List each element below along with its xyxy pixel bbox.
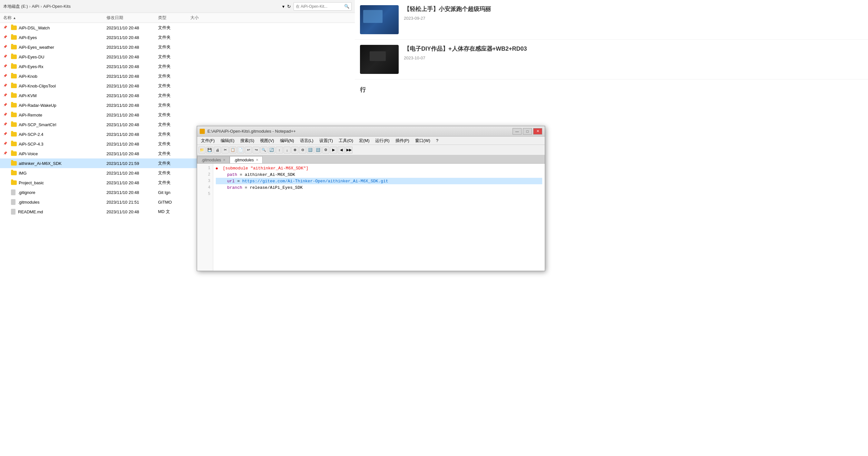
col-size[interactable]: 大小 <box>190 15 223 21</box>
line-number: 2 <box>197 171 213 178</box>
blog-thumbnail-2 <box>360 45 399 74</box>
file-type: 文件夹 <box>158 54 190 60</box>
file-row[interactable]: 📌AiPi-Eyes_weather2023/11/10 20:48文件夹 <box>0 42 355 52</box>
notepad-menu-item[interactable]: 窗口(W) <box>412 137 433 144</box>
file-row[interactable]: 📌AiPi-Radar-WakeUp2023/11/10 20:48文件夹 <box>0 100 355 110</box>
folder-icon <box>11 35 17 40</box>
pin-icon: 📌 <box>3 132 8 136</box>
file-type: Git Ign <box>158 190 190 195</box>
blog-post-2[interactable]: 【电子DIY作品】+人体存在感应器+WB2+RD03 2023-10-07 <box>355 40 868 80</box>
notepad-tabs: .gitmodules ✕ .gitmodules ✕ <box>197 155 545 163</box>
search-icon[interactable]: 🔍 <box>344 4 349 9</box>
file-name-cell: 📌AiPi-Voice <box>3 151 106 156</box>
file-name-cell: 📌AiPi-DSL_Watch <box>3 26 106 30</box>
toolbar-btn-11[interactable]: ↓ <box>283 147 290 154</box>
toolbar-btn-15[interactable]: 🔢 <box>314 147 321 154</box>
explorer-header-right: ▾ ↻ 🔍 <box>282 2 351 11</box>
toolbar-btn-2[interactable]: 🖨 <box>214 147 221 154</box>
tab-close-1[interactable]: ✕ <box>223 158 225 162</box>
toolbar-btn-19[interactable]: ▶▶ <box>345 147 352 154</box>
file-name: AiPi-Eyes_weather <box>19 45 54 50</box>
file-type: 文件夹 <box>158 112 190 118</box>
refresh-button[interactable]: ↻ <box>287 4 291 9</box>
toolbar-btn-17[interactable]: ▶ <box>330 147 337 154</box>
minimize-button[interactable]: — <box>513 128 522 134</box>
pin-icon: 📌 <box>3 74 8 79</box>
breadcrumb-root[interactable]: 本地磁盘 (E:) <box>3 4 28 9</box>
notepad-menu-item[interactable]: 插件(P) <box>393 137 412 144</box>
notepad-window: E:\AiPi\AiPi-Open-Kits\.gitmodules - Not… <box>197 126 545 271</box>
toolbar-btn-8[interactable]: 🔍 <box>260 147 268 154</box>
file-name: AiPi-Voice <box>19 151 38 156</box>
notepad-menu-item[interactable]: 编辑(E) <box>218 137 237 144</box>
file-name: Project_basic <box>19 180 44 185</box>
file-date: 2023/11/10 20:48 <box>106 151 158 156</box>
notepad-menu-item[interactable]: 视图(V) <box>257 137 276 144</box>
toolbar-btn-4[interactable]: 📋 <box>229 147 237 154</box>
tab-close-2[interactable]: ✕ <box>256 158 258 162</box>
line-number: 5 <box>197 191 213 197</box>
toolbar-btn-5[interactable]: 📄 <box>237 147 244 154</box>
code-token: branch <box>217 185 242 190</box>
toolbar-btn-16[interactable]: ⚙ <box>322 147 329 154</box>
file-row[interactable]: 📌AiPi-Remote2023/11/10 20:48文件夹 <box>0 110 355 120</box>
file-type: 文件夹 <box>158 160 190 166</box>
file-name: AiPi-Eyes-Rx <box>19 64 43 69</box>
col-name[interactable]: 名称 ▲ <box>3 15 106 21</box>
file-row[interactable]: 📌AiPi-KVM2023/11/10 20:48文件夹 <box>0 91 355 100</box>
file-type: 文件夹 <box>158 83 190 89</box>
notepad-menu-item[interactable]: 搜索(S) <box>238 137 257 144</box>
toolbar-btn-9[interactable]: 🔄 <box>268 147 275 154</box>
toolbar-btn-13[interactable]: ⊖ <box>299 147 306 154</box>
dropdown-button[interactable]: ▾ <box>282 4 284 9</box>
breadcrumb-current[interactable]: AiPi-Open-Kits <box>43 4 71 9</box>
search-input[interactable] <box>296 4 344 9</box>
notepad-menu-item[interactable]: 编码(N) <box>277 137 297 144</box>
notepad-menu-item[interactable]: 运行(R) <box>373 137 392 144</box>
notepad-menu-item[interactable]: 设置(T) <box>317 137 336 144</box>
file-name-cell: 📌AiPi-Knob-ClipsTool <box>3 84 106 88</box>
toolbar-btn-14[interactable]: 🔠 <box>307 147 314 154</box>
toolbar-btn-1[interactable]: 💾 <box>206 147 213 154</box>
blog-date-1: 2023-09-27 <box>404 16 491 21</box>
code-token: url <box>217 179 235 184</box>
file-row[interactable]: 📌AiPi-Knob2023/11/10 20:48文件夹 <box>0 71 355 81</box>
file-row[interactable]: 📌AiPi-Knob-ClipsTool2023/11/10 20:48文件夹 <box>0 81 355 91</box>
code-token: https://gitee.com/Ai-Thinker-Open/aithin… <box>242 179 388 184</box>
tab-gitmodules-1[interactable]: .gitmodules ✕ <box>197 156 230 163</box>
tab-gitmodules-2[interactable]: .gitmodules ✕ <box>230 156 262 163</box>
line-number: 1 <box>197 165 213 171</box>
code-area[interactable]: [submodule "aithinker_Ai-M6X_SDK"] path … <box>213 163 545 271</box>
toolbar-btn-18[interactable]: ◀ <box>338 147 345 154</box>
file-row[interactable]: 📌AiPi-Eyes-Rx2023/11/10 20:48文件夹 <box>0 62 355 71</box>
toolbar-btn-12[interactable]: ⊕ <box>291 147 298 154</box>
file-name: AiPi-Eyes <box>19 35 37 40</box>
toolbar-btn-3[interactable]: ✂ <box>222 147 229 154</box>
toolbar-btn-7[interactable]: ↪ <box>253 147 260 154</box>
pin-icon: 📌 <box>3 55 8 59</box>
file-name: AiPi-SCP-2.4 <box>19 132 43 137</box>
breadcrumb-sep-2: › <box>41 4 42 9</box>
close-button[interactable]: ✕ <box>533 128 542 134</box>
notepad-menu-item[interactable]: 语言(L) <box>298 137 316 144</box>
file-row[interactable]: 📌AiPi-DSL_Watch2023/11/10 20:48文件夹 <box>0 23 355 33</box>
col-type[interactable]: 类型 <box>158 15 190 21</box>
toolbar-btn-6[interactable]: ↩ <box>245 147 252 154</box>
notepad-menu-item[interactable]: 工具(O) <box>336 137 356 144</box>
file-row[interactable]: 📌AiPi-Eyes2023/11/10 20:48文件夹 <box>0 33 355 42</box>
toolbar-btn-10[interactable]: ↑ <box>276 147 283 154</box>
notepad-menu-item[interactable]: 宏(M) <box>356 137 372 144</box>
file-row[interactable]: 📌AiPi-Eyes-DU2023/11/10 20:48文件夹 <box>0 52 355 62</box>
toolbar-btn-0[interactable]: 📁 <box>198 147 206 154</box>
maximize-button[interactable]: □ <box>523 128 532 134</box>
breadcrumb-aipi[interactable]: AiPi <box>32 4 39 9</box>
notepad-menu-item[interactable]: 文件(F) <box>198 137 217 144</box>
notepad-menu-item[interactable]: ? <box>434 138 441 144</box>
file-name-cell: Project_basic <box>3 180 106 185</box>
section-label: 行 <box>355 80 868 96</box>
blog-post-1[interactable]: 【轻松上手】小安派跑个超级玛丽 2023-09-27 <box>355 0 868 40</box>
breadcrumb: 本地磁盘 (E:) › AiPi › AiPi-Open-Kits <box>3 4 71 9</box>
col-date[interactable]: 修改日期 <box>106 15 158 21</box>
file-name: AiPi-KVM <box>19 93 37 98</box>
code-token: release/AiPi_Eyes_SDK <box>250 185 303 190</box>
